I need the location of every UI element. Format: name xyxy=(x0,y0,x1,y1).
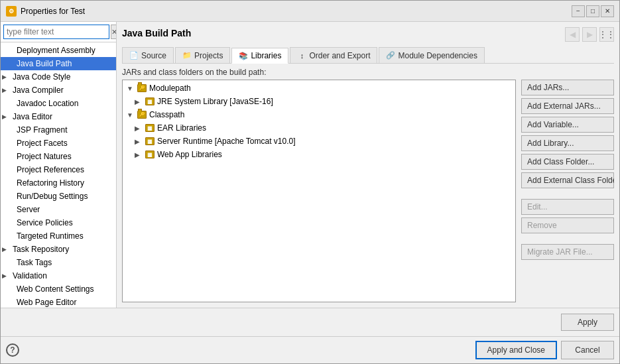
button-spacer-6 xyxy=(521,191,614,196)
maximize-button[interactable]: □ xyxy=(586,5,599,17)
sidebar-item-server[interactable]: Server xyxy=(1,203,116,216)
tab-label: Libraries xyxy=(251,51,281,60)
sidebar-item-label: Java Build Path xyxy=(17,59,72,68)
bp-tree-item-3[interactable]: ▶▦EAR Libraries xyxy=(124,121,514,135)
build-path-tree: ▼🔑Modulepath▶▦JRE System Library [JavaSE… xyxy=(122,80,516,302)
sidebar-item-javadoc-location[interactable]: Javadoc Location xyxy=(1,97,116,110)
tab-label: Order and Export xyxy=(309,51,370,60)
back-button[interactable]: ◀ xyxy=(565,27,580,42)
sidebar-item-jsp-fragment[interactable]: JSP Fragment xyxy=(1,123,116,137)
left-panel: ✕ Deployment AssemblyJava Build Path▶Jav… xyxy=(1,22,117,308)
bp-tree-item-4[interactable]: ▶▦Server Runtime [Apache Tomcat v10.0] xyxy=(124,135,514,148)
title-bar-controls: − □ ✕ xyxy=(572,5,614,17)
bp-tree-item-2[interactable]: ▼🔑Classpath xyxy=(124,108,514,121)
sidebar-item-project-natures[interactable]: Project Natures xyxy=(1,150,116,163)
side-btn-add-jars[interactable]: Add JARs... xyxy=(521,80,614,95)
tab-projects[interactable]: 📁Projects xyxy=(175,47,230,63)
forward-button[interactable]: ▶ xyxy=(582,27,597,42)
sidebar-item-deployment-assembly[interactable]: Deployment Assembly xyxy=(1,44,116,57)
build-path-description: JARs and class folders on the build path… xyxy=(122,68,614,77)
bp-arrow-icon: ▶ xyxy=(135,125,143,132)
side-btn-remove[interactable]: Remove xyxy=(521,217,614,233)
right-panel: Java Build Path ◀ ▶ ⋮⋮ 📄Source📁Projects📚… xyxy=(117,22,619,308)
sidebar-item-rundebug-settings[interactable]: Run/Debug Settings xyxy=(1,190,116,203)
sidebar-item-label: Task Repository xyxy=(13,245,69,254)
side-btn-add-external-jars[interactable]: Add External JARs... xyxy=(521,98,614,114)
tab-order-and-export[interactable]: ↕Order and Export xyxy=(290,47,377,63)
sidebar-item-label: Project References xyxy=(17,165,84,174)
side-btn-add-variable[interactable]: Add Variable... xyxy=(521,117,614,133)
bp-tree-item-1[interactable]: ▶▦JRE System Library [JavaSE-16] xyxy=(124,95,514,108)
sidebar-item-java-build-path[interactable]: Java Build Path xyxy=(1,57,116,70)
sidebar-item-label: Refactoring History xyxy=(17,178,84,188)
dialog-title: Properties for Test xyxy=(21,7,85,16)
tabs-bar: 📄Source📁Projects📚Libraries↕Order and Exp… xyxy=(122,47,614,64)
bp-arrow-icon: ▼ xyxy=(127,111,135,119)
sidebar-item-label: JSP Fragment xyxy=(17,125,67,135)
sidebar-arrow-icon: ▶ xyxy=(2,74,10,80)
dialog-body: ✕ Deployment AssemblyJava Build Path▶Jav… xyxy=(1,22,619,308)
bp-arrow-icon: ▶ xyxy=(135,151,143,158)
section-title: Java Build Path xyxy=(122,28,191,38)
bp-item-label: EAR Libraries xyxy=(157,123,206,133)
sidebar-arrow-icon: ▶ xyxy=(2,87,10,93)
sidebar-item-service-policies[interactable]: Service Policies xyxy=(1,216,116,229)
tab-module-dependencies[interactable]: 🔗Module Dependencies xyxy=(379,47,484,63)
tab-libraries[interactable]: 📚Libraries xyxy=(231,48,288,64)
filter-input[interactable] xyxy=(3,25,109,39)
tab-source[interactable]: 📄Source xyxy=(122,47,174,63)
side-btn-add-class-folder[interactable]: Add Class Folder... xyxy=(521,154,614,170)
sidebar-item-task-tags[interactable]: Task Tags xyxy=(1,256,116,269)
sidebar-item-validation[interactable]: ▶Validation xyxy=(1,269,116,282)
bp-arrow-icon: ▶ xyxy=(135,98,143,105)
apply-button[interactable]: Apply xyxy=(561,314,614,331)
side-buttons: Add JARs...Add External JARs...Add Varia… xyxy=(521,80,614,302)
title-bar-left: ⚙ Properties for Test xyxy=(6,6,85,17)
bp-arrow-icon: ▶ xyxy=(135,138,143,145)
sidebar-item-label: Targeted Runtimes xyxy=(17,231,84,241)
tab-icon-ord: ↕ xyxy=(297,51,306,60)
tab-icon-mod: 🔗 xyxy=(386,51,395,60)
sidebar-item-refactoring-history[interactable]: Refactoring History xyxy=(1,176,116,190)
bp-tree-item-5[interactable]: ▶▦Web App Libraries xyxy=(124,148,514,161)
cancel-button[interactable]: Cancel xyxy=(561,341,614,359)
bp-item-label: Modulepath xyxy=(149,84,191,93)
sidebar-item-label: Deployment Assembly xyxy=(17,46,95,55)
side-btn-add-library[interactable]: Add Library... xyxy=(521,135,614,151)
bp-tree-item-0[interactable]: ▼🔑Modulepath xyxy=(124,82,514,95)
sidebar-item-project-facets[interactable]: Project Facets xyxy=(1,137,116,150)
sidebar-item-label: Project Natures xyxy=(17,152,72,161)
sidebar-item-label: Java Code Style xyxy=(13,72,70,82)
sidebar-item-targeted-runtimes[interactable]: Targeted Runtimes xyxy=(1,229,116,243)
sidebar-item-java-editor[interactable]: ▶Java Editor xyxy=(1,110,116,123)
help-button[interactable]: ? xyxy=(6,343,19,357)
sidebar-item-label: Task Tags xyxy=(17,258,52,267)
bp-item-label: Web App Libraries xyxy=(157,150,222,159)
button-spacer-9 xyxy=(521,236,614,241)
tab-label: Source xyxy=(141,51,166,60)
sidebar-item-label: Java Compiler xyxy=(13,86,64,95)
minimize-button[interactable]: − xyxy=(572,5,585,17)
sidebar-item-web-page-editor[interactable]: Web Page Editor xyxy=(1,296,116,308)
sidebar-item-project-references[interactable]: Project References xyxy=(1,163,116,176)
bp-item-icon: ▦ xyxy=(145,136,155,147)
apply-close-button[interactable]: Apply and Close xyxy=(475,341,557,359)
side-btn-edit[interactable]: Edit... xyxy=(521,199,614,215)
sidebar-item-label: Run/Debug Settings xyxy=(17,192,88,201)
sidebar-arrow-icon: ▶ xyxy=(2,246,10,253)
sidebar-item-label: Validation xyxy=(13,271,47,280)
side-btn-add-external-class-folder[interactable]: Add External Class Folder... xyxy=(521,172,614,188)
sidebar-item-web-content-settings[interactable]: Web Content Settings xyxy=(1,282,116,296)
filter-clear-button[interactable]: ✕ xyxy=(111,25,117,39)
tab-icon-prj: 📁 xyxy=(182,51,192,60)
sidebar-item-task-repository[interactable]: ▶Task Repository xyxy=(1,243,116,256)
sidebar-item-java-code-style[interactable]: ▶Java Code Style xyxy=(1,70,116,84)
sidebar-item-label: Web Page Editor xyxy=(17,298,77,307)
more-button[interactable]: ⋮⋮ xyxy=(599,27,614,42)
sidebar-arrow-icon: ▶ xyxy=(2,113,10,120)
bp-item-icon: ▦ xyxy=(145,96,155,107)
bp-item-label: JRE System Library [JavaSE-16] xyxy=(157,97,273,106)
close-button[interactable]: ✕ xyxy=(601,5,614,17)
side-btn-migrate-jar-file[interactable]: Migrate JAR File... xyxy=(521,244,614,260)
sidebar-item-java-compiler[interactable]: ▶Java Compiler xyxy=(1,84,116,97)
